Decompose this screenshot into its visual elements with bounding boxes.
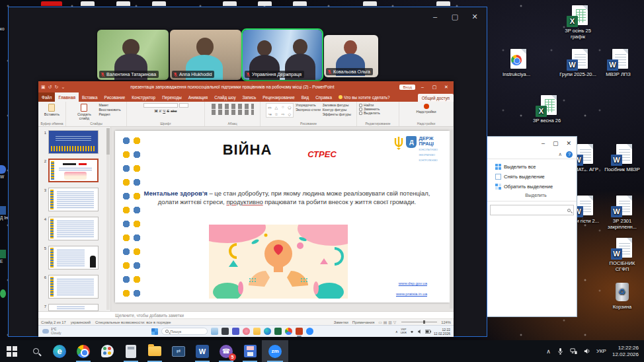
network-icon[interactable] — [570, 347, 577, 355]
slide-thumbnail-2-selected[interactable]: 2 — [41, 159, 99, 182]
tab-design[interactable]: Конструктор — [128, 92, 159, 102]
video-tile-participant-4[interactable]: Ковальова Ольга — [324, 35, 378, 77]
explorer-search-input[interactable] — [490, 205, 574, 215]
desktop-icon-recycle-bin[interactable]: ♻ Корзина — [603, 281, 641, 310]
italic-button[interactable]: К — [159, 109, 161, 113]
tab-draw[interactable]: Рисование — [101, 92, 129, 102]
slide-thumbnail-3[interactable]: 3 — [41, 188, 99, 211]
minimize-icon[interactable]: – — [418, 85, 427, 89]
shadow-button[interactable]: S — [167, 109, 169, 113]
minimize-icon[interactable]: – — [542, 140, 545, 147]
shape-effects-button[interactable]: Эффекты фигуры — [323, 112, 351, 116]
chrome-icon[interactable] — [285, 328, 292, 335]
share-button[interactable]: Общий доступ — [418, 94, 454, 102]
widgets-icon[interactable] — [211, 328, 218, 335]
current-slide[interactable]: ВІЙНА СТРЕС Д ДЕРЖ ПРАЦІ КОНСУЛЬТУЄМОІНФ… — [115, 131, 450, 303]
tray-expand-icon[interactable]: ∧ — [546, 348, 551, 355]
select-all-button[interactable]: Выделить все — [495, 162, 577, 172]
notes-pane[interactable]: Щелкните, чтобы добавить заметки — [38, 311, 454, 318]
hidden-window-tab[interactable] — [293, 1, 307, 6]
paste-button[interactable]: Вставить — [43, 103, 61, 117]
start-button[interactable] — [151, 328, 158, 335]
search-box[interactable]: Пошук — [161, 328, 208, 335]
maximize-icon[interactable]: ▢ — [447, 13, 463, 21]
slide-thumbnail-7[interactable]: 7 — [41, 304, 99, 311]
desktop-icon-zr-osin[interactable]: X ЗР осінь 25 графік — [559, 5, 597, 40]
hidden-window-tab[interactable] — [152, 1, 166, 6]
shared-clock[interactable]: 12:2212.02.2026 — [434, 328, 450, 336]
weather-widget[interactable]: 1°CCloudy — [38, 328, 65, 336]
partial-desktop-icon[interactable] — [0, 289, 6, 299]
tab-help[interactable]: Справка — [312, 92, 335, 102]
tab-file[interactable]: Файл — [38, 92, 55, 102]
arrange-button[interactable]: Упорядочить — [296, 103, 316, 107]
start-button[interactable] — [0, 340, 24, 362]
desktop-icon-posibnyk-mvzr[interactable]: W Посібник МВЗР — [603, 144, 641, 172]
slide-thumbnail-6[interactable]: 6 — [41, 275, 99, 299]
language-switcher[interactable]: УКРUKR — [401, 328, 407, 335]
redo-icon[interactable]: ↻ — [55, 85, 59, 90]
remote-desktop-taskbar-icon[interactable]: ⇄ — [167, 340, 190, 362]
desktop-icon-instrukciya[interactable]: Instrukciya... — [497, 49, 536, 77]
view-buttons[interactable]: ▭▤▥▽ — [378, 320, 397, 324]
app-taskbar-icon[interactable] — [238, 340, 262, 362]
powerpoint-icon[interactable] — [296, 328, 303, 335]
explorer-taskbar-icon[interactable] — [143, 340, 167, 362]
new-slide-button[interactable]: Создать слайд — [71, 103, 97, 121]
desktop-icon-mvzr-lpz[interactable]: W МВЗР ЛПЗ — [599, 49, 637, 77]
font-name-combobox[interactable] — [143, 103, 178, 108]
tray-expand-icon[interactable]: ∧ — [395, 330, 398, 334]
clear-selection-button[interactable]: Снять выделение — [495, 172, 577, 182]
close-icon[interactable]: ✕ — [442, 85, 451, 90]
desktop-icon-zr-vesna[interactable]: X ЗР весна 26 — [528, 95, 566, 124]
section-button[interactable]: Раздел — [99, 112, 110, 116]
help-icon[interactable]: ? — [566, 151, 573, 158]
partial-desktop-icon[interactable]: Е — [0, 250, 6, 264]
chrome-taskbar-icon[interactable] — [71, 340, 95, 362]
tab-review[interactable]: Рецензирование — [259, 92, 298, 102]
notes-toggle[interactable]: Заметки — [334, 320, 348, 324]
addins-button[interactable]: Надстройки — [415, 103, 437, 114]
paint-taskbar-icon[interactable] — [95, 340, 119, 362]
shape-fill-button[interactable]: Заливка фигуры — [323, 103, 349, 107]
hidden-window-tab[interactable] — [116, 1, 130, 6]
speaker-icon[interactable] — [417, 329, 423, 334]
zoom-taskbar-icon-active[interactable]: zm — [262, 340, 288, 362]
maximize-icon[interactable]: ▢ — [430, 85, 439, 90]
accessibility-status[interactable]: Специальные возможности: все в порядке — [95, 320, 171, 324]
viber-taskbar-icon[interactable]: ☎5 — [214, 340, 238, 362]
quick-styles-button[interactable]: Экспресс-стили — [296, 108, 321, 112]
minimize-icon[interactable]: – — [427, 13, 443, 20]
language-indicator[interactable]: УКР — [596, 348, 606, 354]
partial-desktop-icon[interactable]: W — [0, 165, 6, 179]
hidden-window-tab[interactable] — [436, 1, 450, 6]
maximize-icon[interactable]: ▢ — [553, 140, 559, 147]
font-size-combobox[interactable] — [179, 103, 188, 108]
tab-insert[interactable]: Вставка — [79, 92, 101, 102]
explorer-icon[interactable] — [253, 328, 261, 335]
edge-taskbar-icon[interactable]: e — [48, 340, 71, 362]
invert-selection-button[interactable]: Обратить выделение — [495, 182, 577, 192]
close-icon[interactable]: ✕ — [467, 13, 483, 21]
tab-view[interactable]: Вид — [298, 92, 312, 102]
app-icon[interactable] — [221, 328, 229, 335]
bold-button[interactable]: Ж — [155, 109, 158, 113]
word-taskbar-icon[interactable]: W — [190, 340, 214, 362]
zoom-percentage[interactable]: 124% — [441, 320, 451, 324]
slide-thumbnail-1[interactable]: 1 — [41, 130, 99, 154]
taskbar-search-button[interactable] — [24, 340, 48, 362]
slide-thumbnail-5[interactable]: 5 — [41, 246, 99, 270]
video-tile-participant-1[interactable]: Валентина Татаринова — [97, 30, 169, 80]
tab-transitions[interactable]: Переходы — [159, 92, 185, 102]
select-button[interactable]: Выделить — [359, 111, 380, 115]
wifi-icon[interactable] — [409, 329, 415, 334]
teams-icon[interactable] — [232, 328, 239, 335]
save-icon[interactable]: ▣ — [41, 85, 46, 90]
hidden-window-tab[interactable] — [258, 1, 272, 6]
desktop-icon-posibnyk-sgfp[interactable]: W ПОСІБНИК СГФП — [603, 238, 641, 272]
tab-record[interactable]: Запись — [239, 92, 260, 102]
excel-icon[interactable] — [274, 328, 282, 335]
video-tile-participant-2[interactable]: Anna Hlukhodid — [170, 30, 241, 80]
layout-button[interactable]: Макет — [99, 103, 108, 107]
tab-slideshow[interactable]: Слайд шоу — [211, 92, 239, 102]
